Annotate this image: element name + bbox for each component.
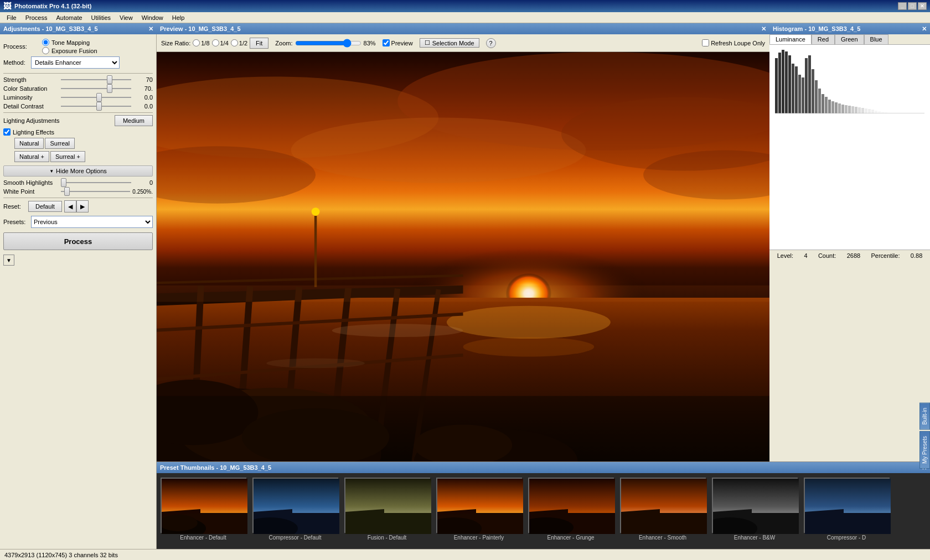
count-label: Count: [818,252,836,259]
luminosity-label: Luminosity [3,94,59,101]
status-text: 4379x2913 (1120x745) 3 channels 32 bits [4,552,118,558]
ratio-1-2-label[interactable]: 1/2 [231,39,247,46]
natural-plus-btn[interactable]: Natural + [14,151,49,162]
thumb-img-smooth [620,478,706,533]
maximize-btn[interactable]: □ [908,2,917,10]
undo-btn[interactable]: ◀ [64,200,76,212]
my-presets-tab[interactable]: My Presets [919,431,930,469]
thumb-label-3: Enhancer - Painterly [435,535,523,541]
menu-file[interactable]: File [2,13,21,22]
white-point-slider[interactable] [61,188,130,195]
thumbnails-header: Preset Thumbnails - 10_MG_53B3_4_5 ✕ [157,462,930,473]
histogram-header: Histogram - 10_MG_S3B3_4_5 ✕ [769,23,930,34]
adjustments-panel-close[interactable]: ✕ [148,25,153,33]
process-btn[interactable]: Process [3,232,153,250]
thumb-svg-4 [529,479,615,534]
preview-checkbox[interactable] [383,39,390,46]
svg-rect-38 [788,55,791,113]
natural-btn[interactable]: Natural [14,138,44,149]
presets-select[interactable]: Previous [31,216,153,228]
svg-rect-58 [855,107,857,113]
luminosity-slider[interactable] [61,94,131,101]
color-saturation-label: Color Saturation [3,85,59,92]
svg-rect-104 [805,513,891,534]
svg-rect-46 [815,80,818,113]
histogram-tabs: Luminance Red Green Blue [769,34,930,45]
redo-btn[interactable]: ▶ [76,200,89,212]
exposure-fusion-radio[interactable] [42,47,49,54]
thumb-svg-0 [162,479,247,534]
svg-rect-50 [828,100,831,113]
thumb-enhancer-grunge[interactable]: Enhancer - Grunge [526,478,615,541]
preview-checkbox-label[interactable]: Preview [383,39,413,46]
tone-mapping-radio[interactable] [42,39,49,46]
menu-automate[interactable]: Automate [51,13,86,22]
white-point-label: White Point [3,188,59,195]
histogram-close[interactable]: ✕ [922,25,927,33]
window-controls[interactable]: _ □ ✕ [898,2,927,10]
exposure-fusion-row[interactable]: Exposure Fusion [42,47,97,54]
ratio-1-4-label[interactable]: 1/4 [212,39,229,46]
help-btn[interactable]: ? [486,38,496,48]
lighting-adjustments-label: Lighting Adjustments [3,117,115,124]
thumb-enhancer-bw[interactable]: Enhancer - B&W [710,478,799,541]
thumb-compressor-d[interactable]: Compressor - D [802,478,891,541]
thumb-img-painterly [436,478,522,533]
tone-mapping-row[interactable]: Tone Mapping [42,39,97,46]
thumbnails-strip: Enhancer - Default [157,473,930,553]
hide-options-arrow-icon: ▼ [49,169,54,174]
ratio-1-8-radio[interactable] [193,39,200,46]
svg-rect-41 [798,75,801,113]
menu-window[interactable]: Window [137,13,168,22]
smooth-highlights-slider[interactable] [61,179,131,186]
lighting-effects-checkbox[interactable] [3,128,11,136]
reset-label: Reset: [3,203,28,210]
zoom-value: 83% [364,40,376,46]
thumb-enhancer-default[interactable]: Enhancer - Default [159,478,247,541]
ratio-1-4-radio[interactable] [212,39,219,46]
hist-tab-red[interactable]: Red [812,34,835,44]
hist-tab-blue[interactable]: Blue [864,34,888,44]
exposure-fusion-label: Exposure Fusion [51,48,97,54]
default-btn[interactable]: Default [28,201,62,212]
svg-rect-57 [851,106,854,113]
surreal-btn[interactable]: Surreal [45,138,74,149]
strength-label: Strength [3,76,59,83]
built-in-tab[interactable]: Built-in [919,403,930,430]
svg-rect-56 [848,106,851,113]
svg-rect-39 [792,64,794,113]
histogram-canvas [769,45,930,250]
strength-slider[interactable] [61,76,131,84]
thumb-compressor-default[interactable]: Compressor - Default [251,478,339,541]
thumb-enhancer-painterly[interactable]: Enhancer - Painterly [435,478,523,541]
lighting-effects-label: Lighting Effects [13,129,54,136]
ratio-1-2-radio[interactable] [231,39,238,46]
close-btn[interactable]: ✕ [918,2,927,10]
thumb-fusion-default[interactable]: Fusion - Default [343,478,431,541]
lighting-medium-btn[interactable]: Medium [115,115,153,126]
method-select[interactable]: Details Enhancer [31,56,120,69]
surreal-plus-btn[interactable]: Surreal + [50,151,85,162]
hist-tab-luminance[interactable]: Luminance [769,34,812,44]
minimize-btn[interactable]: _ [898,2,907,10]
refresh-loupe-checkbox[interactable] [702,39,709,46]
thumb-enhancer-smooth[interactable]: Enhancer - Smooth [618,478,707,541]
detail-contrast-slider[interactable] [61,102,131,110]
hist-tab-green[interactable]: Green [835,34,864,44]
scroll-down-arrow[interactable]: ▼ [3,255,14,266]
selection-mode-btn[interactable]: ☐ Selection Mode [420,38,479,48]
svg-rect-37 [785,51,788,113]
preview-panel-close[interactable]: ✕ [761,25,766,33]
zoom-slider[interactable] [295,39,361,48]
thumb-label-4: Enhancer - Grunge [526,535,615,541]
detail-contrast-label: Detail Contrast [3,103,59,110]
color-saturation-slider[interactable] [61,85,131,92]
ratio-1-8-label[interactable]: 1/8 [193,39,209,46]
menu-view[interactable]: View [115,13,137,22]
fit-btn[interactable]: Fit [250,38,268,49]
menu-help[interactable]: Help [168,13,189,22]
hide-more-options-btn[interactable]: ▼ Hide More Options [3,165,153,177]
refresh-loupe-label: Refresh Loupe Only [711,40,765,46]
menu-process[interactable]: Process [21,13,52,22]
menu-utilities[interactable]: Utilities [87,13,115,22]
